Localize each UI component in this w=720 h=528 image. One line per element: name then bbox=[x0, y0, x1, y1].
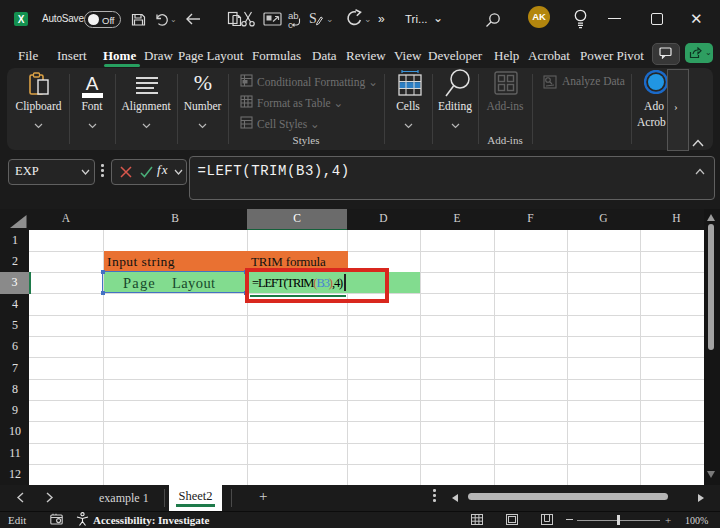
svg-text:S: S bbox=[309, 11, 317, 26]
svg-text:c: c bbox=[288, 19, 293, 29]
svg-text:A: A bbox=[86, 73, 99, 94]
svg-text:X: X bbox=[18, 14, 25, 25]
